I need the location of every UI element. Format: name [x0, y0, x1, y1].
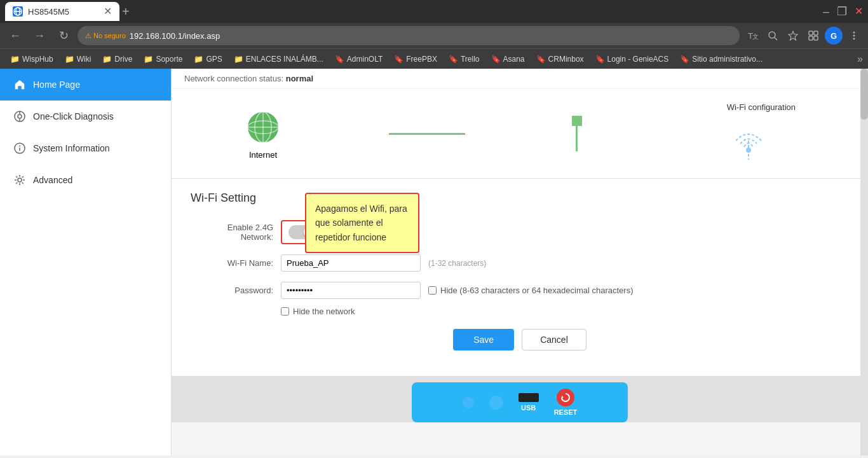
bookmark-drive[interactable]: 📁 Drive: [97, 53, 137, 66]
address-bar[interactable]: ⚠ No seguro 192.168.100.1/index.asp: [78, 26, 740, 45]
bookmark-enlaces[interactable]: 📁 ENLACES INALÁMB...: [229, 53, 329, 66]
reset-button-icon[interactable]: [557, 389, 574, 406]
hide-network-label-container: Hide the network: [281, 307, 849, 316]
bookmark-gps[interactable]: 📁 GPS: [189, 53, 227, 66]
device-port-left1: [463, 397, 474, 408]
bookmark-icon: 🔖: [335, 55, 344, 64]
reset-port: RESET: [554, 389, 578, 416]
folder-icon: 📁: [102, 55, 112, 64]
sidebar: Home Page One-Click Diagnosis: [0, 69, 172, 455]
sidebar-item-advanced[interactable]: Advanced: [0, 164, 171, 196]
gear-icon: [13, 173, 27, 187]
profile-button[interactable]: G: [825, 27, 843, 45]
maximize-button[interactable]: ❐: [837, 6, 847, 17]
menu-button[interactable]: [845, 27, 863, 45]
svg-marker-7: [789, 31, 797, 40]
svg-marker-30: [562, 396, 564, 398]
svg-text:文: 文: [752, 33, 758, 40]
reload-button[interactable]: ↻: [53, 25, 74, 46]
sidebar-item-home[interactable]: Home Page: [0, 69, 171, 101]
bookmark-label: ENLACES INALÁMB...: [246, 55, 323, 64]
password-row: Password: Hide (8-63 characters or 64 he…: [191, 277, 849, 304]
folder-icon: 📁: [65, 55, 74, 64]
hide-network-checkbox[interactable]: [281, 307, 289, 316]
svg-point-22: [18, 178, 22, 182]
password-label: Password:: [191, 286, 273, 295]
bookmark-label: Drive: [114, 55, 132, 64]
bookmark-sitio[interactable]: 🔖 Sitio administrativo...: [675, 53, 768, 66]
wifi-name-row: Wi-Fi Name: (1-32 characters): [191, 249, 849, 277]
bookmark-logingenieacs[interactable]: 🔖 Login - GenieACS: [590, 53, 674, 66]
wifi-config-label: Wi-Fi configuration: [727, 102, 796, 112]
wifi-name-input[interactable]: [281, 254, 421, 272]
bookmark-trello[interactable]: 🔖 Trello: [444, 53, 485, 66]
zoom-button[interactable]: [764, 27, 782, 45]
svg-point-29: [746, 148, 751, 153]
browser-tab[interactable]: HS8545M5 ✕: [5, 2, 119, 21]
tab-favicon: [13, 6, 23, 17]
bookmark-label: FreePBX: [406, 55, 437, 64]
security-warning: ⚠ No seguro: [85, 32, 126, 40]
wifi-settings-panel: Wi-Fi Setting Enable 2.4G Network: OFF W…: [172, 178, 868, 376]
password-input[interactable]: [281, 282, 421, 299]
bookmark-label: CRMinbox: [548, 55, 584, 64]
folder-icon: 📁: [10, 55, 20, 64]
new-tab-button[interactable]: +: [122, 4, 130, 19]
network-diagram: Internet Wi-Fi configuration: [172, 89, 868, 178]
window-controls: – ❐ ✕: [823, 6, 863, 17]
svg-line-6: [775, 38, 777, 40]
folder-icon: 📁: [144, 55, 153, 64]
bookmarks-bar: 📁 WispHub 📁 Wiki 📁 Drive 📁 Soporte 📁 GPS…: [0, 48, 868, 69]
device-port-left2: [489, 396, 503, 410]
svg-point-16: [18, 114, 22, 118]
bookmarks-more-button[interactable]: »: [857, 53, 863, 65]
bookmark-label: Trello: [461, 55, 480, 64]
cancel-button[interactable]: Cancel: [522, 329, 587, 350]
translate-button[interactable]: T文: [743, 27, 761, 45]
forward-button[interactable]: →: [29, 25, 50, 46]
wifi-name-label: Wi-Fi Name:: [191, 258, 273, 268]
bookmark-adminolt[interactable]: 🔖 AdminOLT: [330, 53, 388, 66]
bookmark-crminbox[interactable]: 🔖 CRMinbox: [531, 53, 589, 66]
bookmark-wisphub[interactable]: 📁 WispHub: [5, 53, 58, 66]
folder-icon: 📁: [234, 55, 243, 64]
bookmark-label: GPS: [206, 55, 222, 64]
bookmark-freepbx[interactable]: 🔖 FreePBX: [389, 53, 442, 66]
warning-icon: ⚠: [85, 32, 92, 40]
scrollbar-thumb[interactable]: [860, 69, 868, 120]
extensions-button[interactable]: [804, 27, 822, 45]
bookmark-star-button[interactable]: [784, 27, 802, 45]
svg-rect-10: [809, 36, 813, 40]
bookmark-icon: 🔖: [595, 55, 605, 64]
minimize-button[interactable]: –: [823, 6, 829, 17]
enable-24g-row: Enable 2.4G Network: OFF: [191, 215, 849, 249]
network-status-value: normal: [286, 74, 313, 83]
bookmark-soporte[interactable]: 📁 Soporte: [139, 53, 187, 66]
sidebar-item-diagnosis[interactable]: One-Click Diagnosis: [0, 101, 171, 132]
bookmark-icon: 🔖: [394, 55, 403, 64]
annotation-tooltip: Apagamos el Wifi, para que solamente el …: [305, 193, 419, 253]
diagnosis-icon: [13, 109, 27, 123]
tab-close-button[interactable]: ✕: [104, 6, 112, 17]
back-button[interactable]: ←: [5, 25, 25, 46]
bookmark-wiki[interactable]: 📁 Wiki: [60, 53, 97, 66]
svg-point-5: [769, 32, 775, 38]
hide-checkbox-row: Hide (8-63 characters or 64 hexadecimal …: [428, 286, 633, 295]
reset-label: RESET: [554, 408, 578, 416]
sidebar-item-sysinfo[interactable]: System Information: [0, 132, 171, 164]
save-button[interactable]: Save: [453, 329, 514, 350]
bookmark-label: Asana: [503, 55, 525, 64]
sidebar-home-label: Home Page: [33, 80, 80, 90]
close-button[interactable]: ✕: [855, 6, 863, 17]
bookmark-asana[interactable]: 🔖 Asana: [486, 53, 530, 66]
enable-24g-label: Enable 2.4G Network:: [191, 223, 273, 242]
bookmark-icon: 🔖: [536, 55, 546, 64]
browser-chrome: HS8545M5 ✕ + – ❐ ✕ ← → ↻ ⚠ No seguro 192…: [0, 0, 868, 69]
hide-password-checkbox[interactable]: [428, 286, 437, 295]
page-wrapper: Home Page One-Click Diagnosis: [0, 69, 868, 455]
toolbar-icons: T文 G: [743, 27, 863, 45]
svg-point-13: [853, 35, 855, 37]
wifi-symbol: [720, 118, 777, 165]
wifi-settings-title: Wi-Fi Setting: [191, 191, 849, 205]
url-display: 192.168.100.1/index.asp: [130, 31, 732, 41]
